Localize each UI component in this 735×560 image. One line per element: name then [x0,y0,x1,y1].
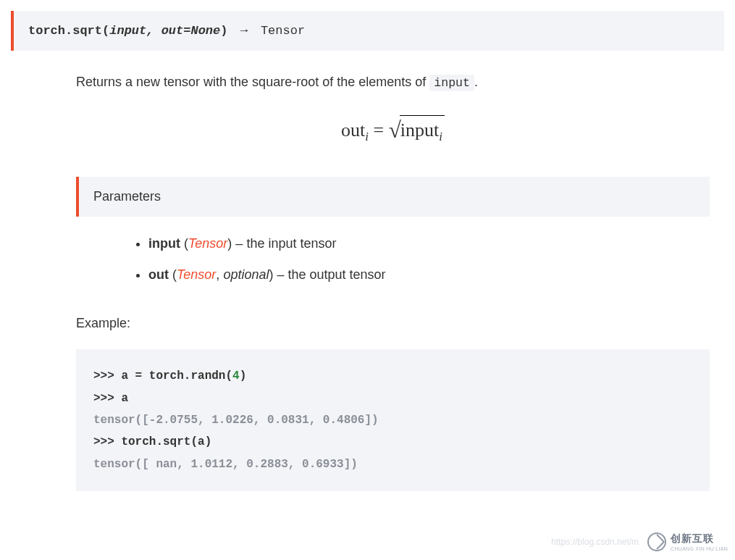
param-name: out [148,267,169,282]
stmt: ) [240,369,247,383]
sig-open: ( [102,24,109,38]
param-sep: , [216,267,223,282]
code-line: tensor([ nan, 1.0112, 0.2883, 0.6933]) [93,454,692,475]
example-label: Example: [76,314,710,333]
formula-lhs: out [341,120,365,141]
formula-sub-rhs: i [439,130,442,144]
arrow-icon: → [238,23,251,37]
formula-eq: = [369,120,389,141]
list-item: out (Tensor, optional) – the output tens… [148,265,710,285]
code-line: >>> a = torch.randn(4) [93,365,692,387]
prompt: >>> [93,369,121,383]
output: tensor([ nan, 1.0112, 0.2883, 0.6933]) [93,458,358,471]
param-desc: the output tensor [287,267,385,282]
prompt: >>> [93,392,121,405]
number-literal: 4 [232,369,240,383]
desc-inline-code: input [429,75,474,91]
content-body: Returns a new tensor with the square-roo… [11,72,724,492]
desc-suffix: . [474,75,478,89]
list-item: input (Tensor) – the input tensor [148,234,710,254]
parameters-heading-box: Parameters [76,177,710,217]
parameters-list: input (Tensor) – the input tensor out (T… [76,234,710,285]
param-desc: the input tensor [246,236,336,251]
param-type[interactable]: Tensor [188,236,227,251]
code-line: >>> a [93,388,692,409]
function-signature: torch.sqrt(input, out=None) → Tensor [11,11,724,51]
stmt: torch.sqrt(a) [121,435,211,448]
code-line: tensor([-2.0755, 1.0226, 0.0831, 0.4806]… [93,409,692,431]
desc-prefix: Returns a new tensor with the square-roo… [76,75,429,89]
formula-rhs: input [400,120,439,141]
sig-qualname: torch.sqrt [28,24,102,38]
code-line: >>> torch.sqrt(a) [93,431,692,453]
math-formula: outi = √inputi [76,114,710,148]
prompt: >>> [93,435,121,448]
sig-params: input, out=None [109,24,220,38]
output: tensor([-2.0755, 1.0226, 0.0831, 0.4806]… [93,414,379,427]
sig-close: ) [220,24,227,38]
stmt: a = torch.randn( [121,369,232,383]
param-name: input [148,236,180,251]
description: Returns a new tensor with the square-roo… [76,72,710,93]
param-optional: optional [223,267,269,282]
sig-returns: Tensor [261,24,305,38]
parameters-heading: Parameters [93,189,161,204]
param-type[interactable]: Tensor [177,267,216,282]
code-example: >>> a = torch.randn(4) >>> a tensor([-2.… [76,349,710,491]
stmt: a [121,392,128,405]
